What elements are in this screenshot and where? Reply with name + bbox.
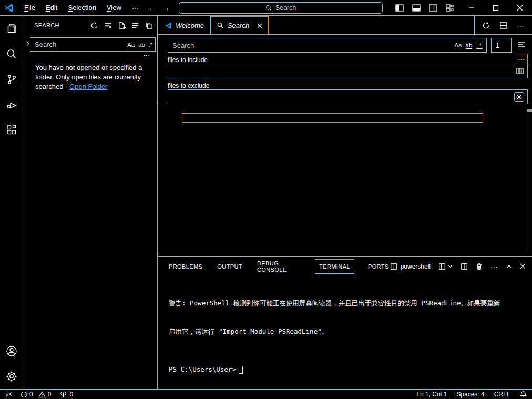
- toggle-secondary-sidebar-icon[interactable]: [429, 4, 437, 12]
- menu-selection[interactable]: Selection: [63, 4, 101, 12]
- go-forward-icon[interactable]: →: [162, 3, 170, 12]
- search-icon: [265, 5, 272, 12]
- view-as-list-icon[interactable]: [131, 22, 139, 29]
- tab-ports[interactable]: PORTS: [367, 259, 390, 274]
- toggle-search-details-button[interactable]: ⋯: [143, 53, 151, 58]
- search-query-field[interactable]: [172, 42, 454, 49]
- remote-icon: [5, 391, 12, 398]
- accounts-icon[interactable]: [0, 339, 23, 364]
- ports-count: 0: [69, 391, 73, 398]
- search-again-icon[interactable]: [482, 22, 490, 29]
- files-to-exclude-label: files to exclude: [168, 82, 209, 89]
- search-view-icon[interactable]: [0, 42, 23, 67]
- menu-edit[interactable]: Edit: [40, 4, 63, 12]
- regex-toggle[interactable]: .*: [476, 42, 483, 49]
- panel-more-actions[interactable]: ⋯: [490, 264, 498, 269]
- use-exclude-settings-toggle[interactable]: [514, 92, 524, 102]
- chevron-down-icon: [448, 264, 453, 268]
- explorer-icon[interactable]: [0, 16, 23, 42]
- tab-search[interactable]: Search: [211, 16, 269, 35]
- context-lines-field[interactable]: [496, 42, 508, 49]
- more-actions-button[interactable]: ⋯: [517, 23, 525, 28]
- collapse-all-icon[interactable]: [145, 22, 153, 29]
- source-control-icon[interactable]: [0, 67, 23, 92]
- cursor-position-status[interactable]: Ln 1, Col 1: [416, 391, 447, 398]
- open-new-search-editor-icon[interactable]: [118, 22, 126, 29]
- menu-file[interactable]: File: [19, 4, 40, 12]
- ports-status[interactable]: 0: [59, 391, 73, 398]
- run-debug-icon[interactable]: [0, 92, 23, 117]
- clear-search-results-icon[interactable]: [104, 22, 112, 29]
- files-to-exclude-field[interactable]: [172, 93, 514, 101]
- layout-controls: [395, 0, 454, 15]
- match-case-toggle[interactable]: Aa: [454, 42, 462, 48]
- remote-indicator[interactable]: [5, 391, 12, 398]
- open-folder-link[interactable]: Open Folder: [69, 83, 107, 90]
- editor-scrollbar-slider[interactable]: [527, 109, 532, 112]
- terminal-cursor: [239, 366, 243, 374]
- search-sidebar: SEARCH Aa ab .* ⋯ You: [24, 16, 158, 389]
- editor-area: Welcome Search ⋯ Aa ab .*: [158, 16, 532, 389]
- command-center-search[interactable]: Search: [179, 2, 383, 14]
- maximize-panel-icon[interactable]: [506, 264, 512, 269]
- go-back-icon[interactable]: ←: [148, 3, 156, 12]
- error-count: 0: [29, 391, 33, 398]
- tab-problems[interactable]: PROBLEMS: [168, 259, 203, 274]
- regex-toggle[interactable]: .*: [149, 42, 153, 48]
- active-terminal-tab[interactable]: powershell: [390, 263, 431, 270]
- vscode-logo-icon: [165, 22, 172, 29]
- customize-layout-icon[interactable]: [446, 4, 454, 12]
- whole-word-toggle[interactable]: ab: [138, 42, 145, 48]
- editor-scrollbar[interactable]: [527, 110, 527, 252]
- title-bar: File Edit Selection View ⋯ ← → Search: [0, 0, 532, 16]
- menu-bar: File Edit Selection View ⋯: [19, 0, 145, 15]
- sidebar-search-input[interactable]: Aa ab .*: [30, 37, 156, 52]
- files-to-include-input[interactable]: [168, 64, 528, 78]
- search-query-input[interactable]: Aa ab .*: [168, 38, 487, 53]
- search-open-editors-icon[interactable]: [516, 67, 524, 75]
- vscode-logo-icon: [4, 3, 14, 13]
- close-panel-icon[interactable]: [520, 263, 526, 269]
- close-window-button[interactable]: [508, 0, 532, 15]
- sidebar-search-field[interactable]: [35, 40, 127, 48]
- files-to-include-field[interactable]: [172, 67, 516, 75]
- warning-icon: [38, 391, 46, 398]
- maximize-button[interactable]: [484, 0, 508, 15]
- problems-status[interactable]: 0 0: [21, 391, 51, 398]
- refresh-icon[interactable]: [90, 22, 98, 29]
- new-terminal-dropdown[interactable]: [438, 263, 453, 270]
- whole-word-toggle[interactable]: ab: [466, 42, 473, 48]
- activity-bar: [0, 16, 23, 389]
- eol-status[interactable]: CRLF: [494, 391, 510, 398]
- settings-gear-icon[interactable]: [0, 364, 23, 389]
- editor-tab-bar: Welcome Search ⋯: [158, 16, 532, 35]
- files-to-include-label: files to include: [168, 56, 208, 64]
- menu-more-button[interactable]: ⋯: [127, 4, 145, 12]
- indentation-status[interactable]: Spaces: 4: [456, 391, 484, 398]
- tab-terminal[interactable]: TERMINAL: [315, 259, 354, 274]
- toggle-panel-icon[interactable]: [412, 4, 421, 12]
- details-ellipsis: ⋯: [518, 57, 526, 62]
- toggle-context-lines-icon[interactable]: [517, 41, 526, 48]
- radio-tower-icon: [59, 391, 67, 398]
- tab-welcome[interactable]: Welcome: [158, 16, 211, 35]
- notifications-bell-icon[interactable]: [520, 391, 527, 398]
- toggle-replace-chevron-icon[interactable]: [26, 37, 30, 47]
- tab-debug-console[interactable]: DEBUG CONSOLE: [256, 256, 302, 277]
- split-editor-icon[interactable]: [499, 22, 507, 29]
- search-editor-body[interactable]: [158, 105, 532, 256]
- split-terminal-icon[interactable]: [461, 263, 468, 270]
- toggle-sidebar-icon[interactable]: [395, 4, 404, 12]
- close-tab-icon[interactable]: [257, 23, 262, 28]
- context-lines-input[interactable]: [491, 38, 512, 53]
- status-bar: 0 0 0 Ln 1, Col 1 Spaces: 4 CRLF: [0, 389, 532, 399]
- warning-count: 0: [48, 391, 52, 398]
- match-case-toggle[interactable]: Aa: [127, 42, 135, 48]
- extensions-icon[interactable]: [0, 117, 23, 142]
- kill-terminal-icon[interactable]: [476, 263, 483, 270]
- tab-output[interactable]: OUTPUT: [216, 259, 243, 274]
- terminal-output[interactable]: 警告: PowerShell 检测到你可能正在使用屏幕阅读器，并且已出于兼容性目…: [169, 280, 525, 393]
- minimize-button[interactable]: [459, 0, 484, 15]
- menu-view[interactable]: View: [101, 4, 127, 12]
- files-to-exclude-input[interactable]: [168, 89, 528, 104]
